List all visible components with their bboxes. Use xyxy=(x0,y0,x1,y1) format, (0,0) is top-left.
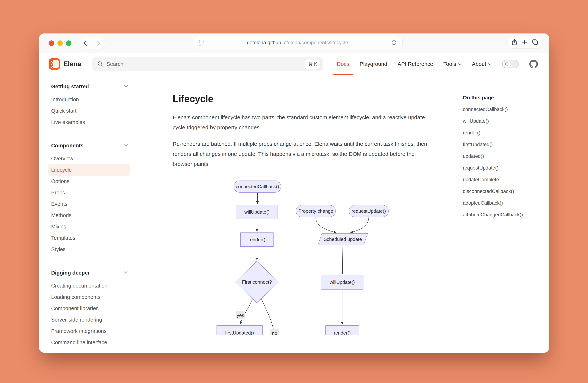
toc-link-updated[interactable]: updated() xyxy=(463,154,549,159)
edge-label-yes: yes xyxy=(237,313,244,318)
tabs-icon xyxy=(531,39,539,46)
zoom-window-button[interactable] xyxy=(66,40,71,46)
node-label: firstUpdated() xyxy=(225,330,254,335)
sidebar-item-creating-documentation[interactable]: Creating documentation xyxy=(51,280,128,291)
sidebar-item-introduction[interactable]: Introduction xyxy=(51,94,128,105)
sidebar-item-lifecycle[interactable]: Lifecycle xyxy=(48,164,130,176)
node-label: requestUpdate() xyxy=(352,208,386,214)
sidebar-item-server-side-rendering[interactable]: Server-side rendering xyxy=(51,314,128,325)
node-label: Scheduled update xyxy=(324,236,362,242)
sidebar-section-components[interactable]: Components xyxy=(51,140,128,151)
sidebar-item-templates[interactable]: Templates xyxy=(51,232,128,244)
chevron-down-icon xyxy=(124,271,128,274)
intro-paragraph: Elena’s component lifecycle has two part… xyxy=(173,112,428,133)
toc-link-updatecomplete[interactable]: updateComplete xyxy=(463,177,549,182)
back-button[interactable] xyxy=(83,40,88,46)
history-navigation xyxy=(79,37,105,49)
sidebar-item-loading-components[interactable]: Loading components xyxy=(51,291,128,303)
sidebar-item-mixins[interactable]: Mixins xyxy=(51,221,128,232)
nav-api-reference-label: API Reference xyxy=(398,61,433,67)
nav-api-reference[interactable]: API Reference xyxy=(398,53,433,75)
toc-title: On this page xyxy=(463,95,549,100)
nav-about[interactable]: About xyxy=(472,53,492,75)
section-title-label: Getting started xyxy=(51,84,89,90)
toolbar-separator xyxy=(92,40,92,46)
edge-scheduled-to-willupdate2 xyxy=(342,246,343,274)
chevron-down-icon xyxy=(124,144,128,147)
new-tab-button[interactable] xyxy=(521,39,527,45)
chevron-down-icon xyxy=(124,85,128,88)
toc-link-disconnectedcallback[interactable]: disconnectedCallback() xyxy=(463,189,549,194)
sidebar-item-live-examples[interactable]: Live examples xyxy=(51,116,128,128)
sidebar-divider xyxy=(51,134,128,134)
window-controls xyxy=(49,40,71,46)
chevron-down-icon xyxy=(488,63,492,65)
header-separator xyxy=(497,59,497,69)
toc-link-connectedcallback[interactable]: connectedCallback() xyxy=(463,107,549,112)
nav-tools-label: Tools xyxy=(443,61,456,67)
browser-window: getelena.github.io/elena/components/life… xyxy=(39,33,549,353)
search-input[interactable]: Search ⌘ K xyxy=(92,57,323,71)
section-title-label: Digging deeper xyxy=(51,270,90,276)
page-body: Getting started Introduction Quick start… xyxy=(39,75,549,352)
header-separator xyxy=(524,59,524,69)
toc-link-adoptedcallback[interactable]: adoptedCallback() xyxy=(463,200,549,206)
docs-sidebar: Getting started Introduction Quick start… xyxy=(39,75,138,352)
sidebar-item-methods[interactable]: Methods xyxy=(51,210,128,221)
toc-link-render[interactable]: render() xyxy=(463,130,549,135)
brand-name: Elena xyxy=(63,60,81,68)
toc-link-attributechangedcallback[interactable]: attributeChangedCallback() xyxy=(463,212,549,218)
github-icon[interactable] xyxy=(529,60,538,68)
lifecycle-flowchart: connectedCallback() willUpdate() render(… xyxy=(210,179,395,335)
logo-dot xyxy=(51,67,52,68)
toc-link-willupdate[interactable]: willUpdate() xyxy=(463,118,549,124)
toc-link-requestupdate[interactable]: requestUpdate() xyxy=(463,165,549,171)
sidebar-item-framework-integrations[interactable]: Framework integrations xyxy=(51,325,128,337)
sidebar-section-getting-started[interactable]: Getting started xyxy=(51,81,128,92)
minimize-window-button[interactable] xyxy=(57,40,63,46)
sidebar-item-command-line-interface[interactable]: Command line interface xyxy=(51,337,128,348)
plus-icon xyxy=(521,39,527,45)
nav-docs[interactable]: Docs xyxy=(337,53,349,75)
theme-toggle[interactable] xyxy=(502,60,519,68)
browser-toolbar: getelena.github.io/elena/components/life… xyxy=(39,33,549,53)
share-button[interactable] xyxy=(511,39,518,46)
logo-dot xyxy=(52,62,53,64)
address-bar[interactable]: getelena.github.io/elena/components/life… xyxy=(193,36,402,49)
main-navigation: Docs Playground API Reference Tools Abou… xyxy=(337,53,492,75)
show-tabs-button[interactable] xyxy=(531,39,539,46)
sidebar-item-props[interactable]: Props xyxy=(51,187,128,198)
node-label: First connect? xyxy=(242,279,272,285)
node-label: Property change xyxy=(298,208,333,214)
toc-inner: On this page connectedCallback() willUpd… xyxy=(456,92,549,222)
sidebar-item-quick-start[interactable]: Quick start xyxy=(51,105,128,116)
forward-button[interactable] xyxy=(96,40,101,46)
edge-requestupdate-to-scheduled xyxy=(351,217,369,232)
sidebar-item-overview[interactable]: Overview xyxy=(51,153,128,164)
site-header: Elena Search ⌘ K Docs Playground API Ref… xyxy=(39,53,549,75)
edge-yes-to-firstupdated xyxy=(240,298,253,323)
sidebar-item-events[interactable]: Events xyxy=(51,198,128,210)
logo-dot xyxy=(52,66,53,67)
node-label: connectedCallback() xyxy=(236,184,279,189)
url-text[interactable]: getelena.github.io/elena/components/life… xyxy=(204,40,391,45)
chevron-down-icon xyxy=(458,63,462,65)
nav-tools[interactable]: Tools xyxy=(443,53,462,75)
reload-icon[interactable] xyxy=(391,39,397,46)
elena-logo[interactable] xyxy=(49,58,60,70)
toolbar-actions xyxy=(507,36,543,48)
reader-icon[interactable] xyxy=(198,39,204,46)
nav-playground-label: Playground xyxy=(360,61,387,67)
sidebar-item-component-libraries[interactable]: Component libraries xyxy=(51,303,128,314)
nav-playground[interactable]: Playground xyxy=(360,53,387,75)
nav-docs-label: Docs xyxy=(337,61,349,67)
sidebar-section-digging-deeper[interactable]: Digging deeper xyxy=(51,268,128,278)
logo-pane xyxy=(53,60,59,68)
node-label: willUpdate() xyxy=(244,209,269,215)
sidebar-item-options[interactable]: Options xyxy=(51,176,128,187)
url-domain: getelena.github.io xyxy=(247,40,287,45)
shortcut-badge: ⌘ K xyxy=(305,59,321,69)
close-window-button[interactable] xyxy=(49,40,54,46)
sidebar-item-styles[interactable]: Styles xyxy=(51,244,128,255)
toc-link-firstupdated[interactable]: firstUpdated() xyxy=(463,142,549,147)
